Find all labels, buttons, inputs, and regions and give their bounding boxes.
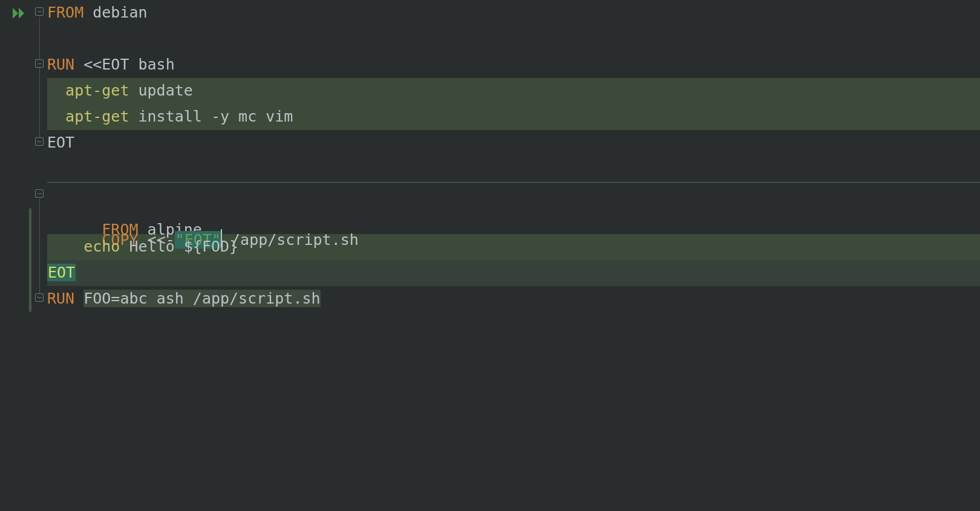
fold-end-icon[interactable]	[35, 137, 44, 146]
command-text: apt-get	[65, 82, 129, 99]
code-line[interactable]: EOT	[47, 130, 980, 156]
code-line[interactable]	[47, 156, 980, 182]
code-line[interactable]: FROM debian	[47, 0, 980, 26]
fold-gutter[interactable]	[34, 0, 47, 511]
code-area[interactable]: FROM debian RUN <<EOT bash apt-get updat…	[47, 0, 980, 511]
code-text: FOO=abc ash /app/script.sh	[83, 290, 320, 307]
code-text: install -y mc vim	[129, 108, 293, 125]
code-text: /app/script.sh	[222, 231, 359, 249]
vcs-change-bar	[29, 208, 31, 312]
code-line[interactable]: apt-get update	[47, 78, 980, 104]
code-text: Hello	[120, 238, 183, 255]
variable-text: ${FOD}	[184, 238, 238, 255]
code-line[interactable]: apt-get install -y mc vim	[47, 104, 980, 130]
code-editor[interactable]: FROM debian RUN <<EOT bash apt-get updat…	[0, 0, 980, 511]
fold-toggle-icon[interactable]	[35, 189, 44, 198]
code-line[interactable]: RUN FOO=abc ash /app/script.sh	[47, 286, 980, 312]
fold-end-icon[interactable]	[35, 293, 44, 302]
code-line[interactable]	[47, 26, 980, 52]
heredoc-end: EOT	[47, 264, 76, 281]
code-text: <<EOT bash	[74, 56, 175, 73]
command-text: apt-get	[65, 108, 129, 125]
code-line[interactable]: FROM alpine	[47, 182, 980, 208]
section-divider	[47, 182, 980, 183]
heredoc-end: EOT	[47, 134, 74, 151]
command-text: echo	[83, 238, 120, 255]
code-line[interactable]: echo Hello ${FOD}	[47, 234, 980, 260]
fold-guide	[39, 199, 40, 302]
keyword-run: RUN	[47, 290, 74, 307]
code-text: update	[129, 82, 192, 99]
icon-gutter	[0, 0, 34, 511]
fold-toggle-icon[interactable]	[35, 7, 44, 16]
code-line[interactable]: EOT	[47, 260, 980, 286]
fold-guide	[39, 17, 40, 145]
keyword-from: FROM	[47, 4, 83, 21]
code-text: debian	[83, 4, 147, 21]
fold-toggle-icon[interactable]	[35, 59, 44, 68]
run-double-icon[interactable]	[12, 6, 27, 19]
code-line[interactable]: RUN <<EOT bash	[47, 52, 980, 78]
keyword-run: RUN	[47, 56, 74, 73]
